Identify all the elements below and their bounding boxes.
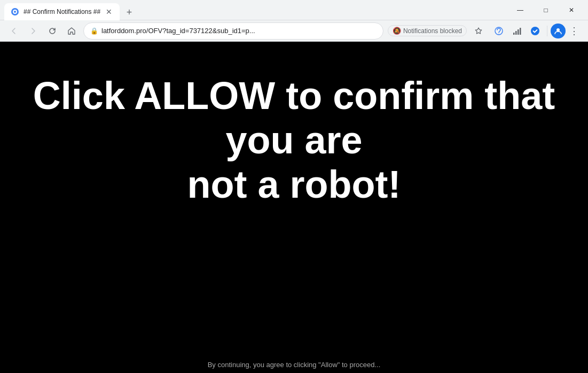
toolbar-separator (547, 26, 547, 36)
forward-button[interactable] (26, 24, 41, 38)
lock-icon: 🔒 (90, 27, 98, 35)
svg-point-4 (498, 34, 499, 34)
tab-title: ## Confirm Notifications ## (23, 8, 100, 15)
svg-rect-5 (513, 33, 515, 35)
tab-favicon (11, 7, 19, 16)
svg-rect-7 (518, 29, 519, 35)
active-tab[interactable]: ## Confirm Notifications ## ✕ (4, 3, 120, 20)
signal-icon[interactable] (508, 22, 526, 40)
svg-point-2 (14, 11, 16, 13)
bookmark-button[interactable] (471, 24, 486, 38)
chrome-menu-button[interactable]: ⋮ (567, 24, 582, 38)
extensions-icon[interactable] (490, 22, 507, 40)
main-heading: Click ALLOW to confirm that you are not … (0, 74, 588, 206)
back-button[interactable] (6, 24, 21, 38)
svg-point-9 (531, 27, 539, 35)
notifications-blocked-icon: 🔕 (393, 27, 401, 35)
address-bar: 🔒 latforddom.pro/OFV?tag_id=737122&sub_i… (0, 20, 588, 42)
profile-button[interactable] (551, 24, 566, 38)
svg-rect-8 (520, 28, 521, 35)
bottom-hint: By continuing, you agree to clicking "Al… (0, 361, 588, 369)
url-text: latforddom.pro/OFV?tag_id=737122&sub_id1… (101, 27, 377, 35)
main-text-line1: Click ALLOW to confirm that you are (33, 74, 555, 161)
close-button[interactable]: ✕ (559, 2, 584, 19)
window-controls: — □ ✕ (508, 2, 584, 19)
omnibox[interactable]: 🔒 latforddom.pro/OFV?tag_id=737122&sub_i… (83, 22, 383, 40)
toolbar-icons: ⋮ (490, 22, 582, 40)
svg-rect-6 (515, 31, 517, 35)
verified-icon[interactable] (527, 22, 544, 40)
tab-strip: ## Confirm Notifications ## ✕ + (4, 0, 508, 20)
page-content: Click ALLOW to confirm that you are not … (0, 42, 588, 373)
notifications-blocked-label: Notifications blocked (403, 27, 462, 35)
minimize-button[interactable]: — (508, 2, 532, 19)
home-button[interactable] (64, 24, 79, 38)
title-bar: ## Confirm Notifications ## ✕ + — □ ✕ (0, 0, 588, 20)
main-text-line2: not a robot! (187, 163, 401, 206)
svg-point-10 (556, 28, 560, 32)
tab-close-button[interactable]: ✕ (105, 7, 113, 16)
reload-button[interactable] (45, 24, 60, 38)
maximize-button[interactable]: □ (534, 2, 558, 19)
new-tab-button[interactable]: + (122, 5, 137, 20)
notifications-blocked-badge[interactable]: 🔕 Notifications blocked (388, 25, 467, 36)
